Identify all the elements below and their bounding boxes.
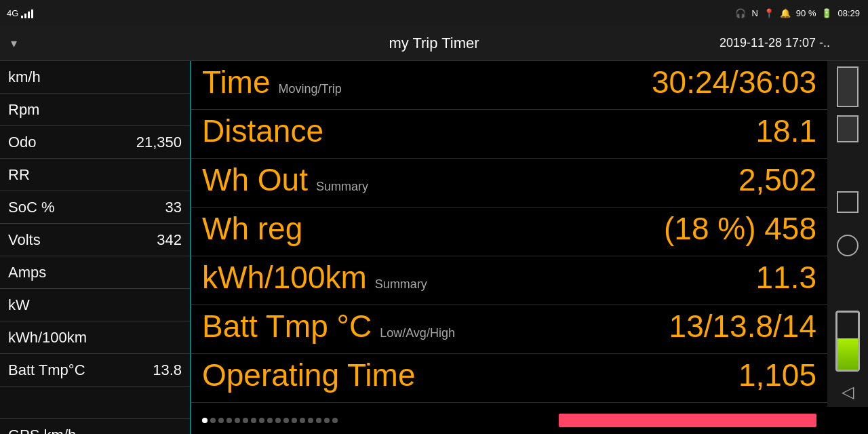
location-icon: 📍 xyxy=(764,8,774,18)
bar3 xyxy=(28,12,30,18)
page-dot[interactable] xyxy=(283,418,289,423)
metric-value: 18.1 xyxy=(755,113,816,149)
metric-row: TimeMoving/Trip30:24/36:03 xyxy=(191,61,827,110)
signal-icon: 4G xyxy=(7,8,18,18)
status-left: 4G xyxy=(7,7,33,18)
ctrl-rect-1[interactable] xyxy=(837,66,859,107)
sidebar-value: 13.8 xyxy=(153,361,182,379)
metric-value: 30:24/36:03 xyxy=(652,64,816,100)
clock: 08:29 xyxy=(837,8,860,18)
page-dot[interactable] xyxy=(316,418,321,423)
metric-label-text: Batt Tmp °C xyxy=(202,308,372,344)
right-controls: ◁ xyxy=(827,61,868,407)
headphone-icon: 🎧 xyxy=(735,8,746,18)
metric-row: Distance18.1 xyxy=(191,110,827,159)
sidebar-label: kW xyxy=(8,296,30,314)
sidebar-value: 21,350 xyxy=(136,134,182,151)
ctrl-square[interactable] xyxy=(837,191,859,213)
bar4 xyxy=(31,9,33,18)
page-dot[interactable] xyxy=(259,418,264,423)
metric-sublabel: Summary xyxy=(375,277,427,292)
sidebar-item[interactable]: Amps xyxy=(0,256,190,289)
sidebar-label: Rpm xyxy=(8,101,39,119)
sidebar-label: Odo xyxy=(8,134,37,151)
sidebar-label: Batt Tmp°C xyxy=(8,361,85,379)
sidebar-value: 342 xyxy=(157,231,182,249)
page-dot[interactable] xyxy=(308,418,313,423)
bar2 xyxy=(24,14,26,18)
sidebar-item[interactable]: Odo21,350 xyxy=(0,126,190,159)
sidebar-item[interactable]: Rpm xyxy=(0,94,190,126)
page-dot[interactable] xyxy=(275,418,281,423)
metric-label: Batt Tmp °CLow/Avg/High xyxy=(202,308,455,344)
page-dot[interactable] xyxy=(324,418,330,423)
metric-label: Wh reg xyxy=(202,210,302,247)
metric-row: Batt Tmp °CLow/Avg/High13/13.8/14 xyxy=(191,305,827,354)
metric-label-text: Distance xyxy=(202,113,323,149)
header-arrow: ▾ xyxy=(11,36,17,51)
alarm-icon: 🔔 xyxy=(780,8,791,18)
sidebar-item[interactable]: GPS km/h xyxy=(0,419,190,434)
metric-label: Distance xyxy=(202,113,323,149)
sidebar: km/hRpmOdo21,350RRSoC %33Volts342AmpskWk… xyxy=(0,61,191,434)
metric-row: Operating Time1,105 xyxy=(191,354,827,403)
sidebar-item[interactable]: SoC %33 xyxy=(0,191,190,224)
metric-label-text: Operating Time xyxy=(202,357,415,393)
metric-sublabel: Low/Avg/High xyxy=(380,326,455,340)
metric-label-text: Wh reg xyxy=(202,210,302,247)
battery-percent: 90 % xyxy=(796,8,816,18)
sidebar-item[interactable]: Batt Tmp°C13.8 xyxy=(0,354,190,387)
page-dots xyxy=(202,418,338,423)
page-dot[interactable] xyxy=(300,418,305,423)
ctrl-circle[interactable] xyxy=(837,235,859,256)
battery-status-icon: 🔋 xyxy=(821,8,832,18)
metric-value: 13/13.8/14 xyxy=(669,308,816,344)
sidebar-item[interactable] xyxy=(0,387,190,419)
sidebar-item[interactable]: Volts342 xyxy=(0,224,190,256)
main-content: TimeMoving/Trip30:24/36:03Distance18.1Wh… xyxy=(191,61,827,407)
page-dot[interactable] xyxy=(210,418,216,423)
nfc-icon: N xyxy=(751,8,757,18)
sidebar-label: GPS km/h xyxy=(8,427,76,435)
sidebar-label: kWh/100km xyxy=(8,329,87,347)
sidebar-label: Amps xyxy=(8,264,46,281)
metric-label-text: Time xyxy=(202,64,271,100)
bottom-bar xyxy=(191,407,827,434)
sidebar-item[interactable]: km/h xyxy=(0,61,190,94)
progress-bar xyxy=(559,414,816,427)
status-bar: 4G 🎧 N 📍 🔔 90 % 🔋 08:29 xyxy=(0,0,868,26)
page-dot[interactable] xyxy=(251,418,256,423)
status-right: 🎧 N 📍 🔔 90 % 🔋 08:29 xyxy=(735,8,860,18)
metric-sublabel: Moving/Trip xyxy=(279,82,342,96)
metric-value: 1,105 xyxy=(738,357,816,393)
sidebar-value: 33 xyxy=(165,199,182,216)
page-dot[interactable] xyxy=(267,418,273,423)
page-dot[interactable] xyxy=(226,418,232,423)
battery-icon xyxy=(835,311,860,372)
metric-label-text: kWh/100km xyxy=(202,259,367,296)
sidebar-label: SoC % xyxy=(8,199,54,216)
page-dot[interactable] xyxy=(218,418,224,423)
sidebar-item[interactable]: kWh/100km xyxy=(0,321,190,354)
page-dot[interactable] xyxy=(202,418,208,423)
metric-label: Operating Time xyxy=(202,357,415,393)
page-dot[interactable] xyxy=(292,418,297,423)
metric-value: 11.3 xyxy=(755,259,816,296)
sidebar-item[interactable]: kW xyxy=(0,289,190,321)
metric-label: kWh/100kmSummary xyxy=(202,259,427,296)
metric-value: 2,502 xyxy=(738,161,816,198)
sidebar-label: km/h xyxy=(8,68,41,86)
sidebar-label: RR xyxy=(8,166,30,184)
header-bar: my Trip Timer ▾ 2019-11-28 17:07 -.. xyxy=(0,26,868,61)
metric-row: Wh OutSummary2,502 xyxy=(191,159,827,208)
page-dot[interactable] xyxy=(332,418,338,423)
page-dot[interactable] xyxy=(235,418,240,423)
header-datetime: 2019-11-28 17:07 -.. xyxy=(719,36,857,50)
sidebar-item[interactable]: RR xyxy=(0,159,190,191)
metric-label: TimeMoving/Trip xyxy=(202,64,342,100)
back-triangle-icon[interactable]: ◁ xyxy=(842,382,854,401)
metric-value: (18 %) 458 xyxy=(664,210,816,247)
ctrl-rect-2[interactable] xyxy=(837,115,859,142)
page-dot[interactable] xyxy=(243,418,248,423)
battery-fill xyxy=(837,338,858,370)
